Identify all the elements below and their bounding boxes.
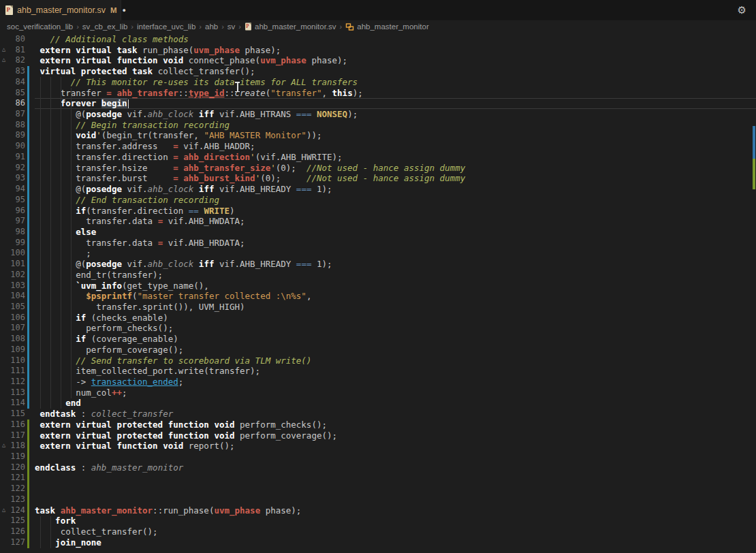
git-added-bar[interactable]	[27, 526, 29, 537]
gutter-line-94[interactable]: 94	[0, 184, 35, 195]
line-number[interactable]: 99	[16, 238, 25, 249]
line-number[interactable]: 116	[10, 420, 25, 430]
line-number[interactable]: 105	[10, 302, 25, 313]
git-modified-bar[interactable]	[27, 281, 29, 291]
line-number[interactable]: 108	[10, 334, 25, 345]
line-number[interactable]: 126	[10, 526, 25, 537]
code-line[interactable]: end	[35, 398, 756, 409]
code-line[interactable]: virtual protected task collect_transfer(…	[35, 66, 756, 77]
breadcrumb-item-ahb[interactable]: ahb	[205, 22, 218, 31]
code-area[interactable]: // Additional class methods extern virtu…	[35, 33, 756, 553]
git-added-bar[interactable]	[27, 430, 29, 441]
line-number[interactable]: 89	[16, 130, 25, 141]
git-modified-bar[interactable]	[27, 302, 29, 313]
code-line[interactable]: // This monitor re-uses its data items f…	[35, 77, 756, 88]
gutter-line-106[interactable]: 106	[0, 313, 35, 323]
line-number[interactable]: 104	[10, 291, 25, 302]
git-added-bar[interactable]	[27, 473, 29, 484]
line-number[interactable]: 98	[16, 227, 25, 238]
gutter-line-125[interactable]: 125	[0, 516, 35, 526]
line-number[interactable]: 94	[16, 184, 25, 195]
line-number[interactable]: 97	[16, 216, 25, 227]
code-line[interactable]: perform_checks();	[35, 323, 756, 334]
gutter-line-122[interactable]: 122	[0, 484, 35, 494]
line-number[interactable]: 95	[16, 195, 25, 206]
git-modified-bar[interactable]	[27, 248, 29, 259]
line-number[interactable]: 80	[16, 34, 25, 45]
line-number[interactable]: 101	[10, 259, 25, 270]
gutter-line-123[interactable]: 123	[0, 494, 35, 505]
code-line[interactable]: ;	[35, 248, 756, 259]
gutter-line-119[interactable]: 119	[0, 452, 35, 462]
gutter-line-97[interactable]: 97	[0, 216, 35, 227]
gutter-line-120[interactable]: 120	[0, 462, 35, 473]
breadcrumb-item-sv_cb_ex_lib[interactable]: sv_cb_ex_lib	[82, 22, 127, 31]
gutter-line-88[interactable]: 88	[0, 120, 35, 131]
gutter-line-83[interactable]: 83	[0, 66, 35, 77]
code-line[interactable]: transfer.hsize = ahb_transfer_size'(0); …	[35, 163, 756, 174]
code-line[interactable]: if(transfer.direction == WRITE)	[35, 206, 756, 217]
line-number[interactable]: 93	[16, 173, 25, 184]
gutter-line-105[interactable]: 105	[0, 302, 35, 313]
gutter-line-108[interactable]: 108	[0, 334, 35, 345]
code-line[interactable]: `uvm_info(get_type_name(),	[35, 281, 756, 291]
gutter-line-82[interactable]: △82	[0, 55, 35, 66]
git-modified-bar[interactable]	[27, 141, 29, 152]
code-line[interactable]: transfer.data = vif.AHB_HRDATA;	[35, 238, 756, 249]
gutter-line-98[interactable]: 98	[0, 227, 35, 238]
git-modified-bar[interactable]	[27, 130, 29, 141]
line-number[interactable]: 87	[16, 109, 25, 120]
git-modified-bar[interactable]	[27, 120, 29, 131]
code-line[interactable]: // Additional class methods	[35, 34, 756, 45]
code-line[interactable]: num_col++;	[35, 388, 756, 398]
git-added-bar[interactable]	[27, 494, 29, 505]
code-line[interactable]: // Begin transaction recording	[35, 120, 756, 131]
git-modified-bar[interactable]	[27, 173, 29, 184]
code-line[interactable]: join_none	[35, 537, 756, 548]
git-modified-bar[interactable]	[27, 66, 29, 77]
code-line[interactable]: extern virtual task run_phase(uvm_phase …	[35, 45, 756, 56]
git-added-bar[interactable]	[27, 452, 29, 462]
code-line[interactable]: // Send transfer to scoreboard via TLM w…	[35, 356, 756, 366]
git-modified-bar[interactable]	[27, 88, 29, 99]
gutter-line-89[interactable]: 89	[0, 130, 35, 141]
git-modified-bar[interactable]	[27, 291, 29, 302]
git-modified-bar[interactable]	[27, 388, 29, 398]
code-line[interactable]: item_collected_port.write(transfer);	[35, 366, 756, 377]
overview-ruler-added[interactable]	[753, 159, 755, 189]
gutter-line-86[interactable]: 86	[0, 98, 35, 109]
git-modified-bar[interactable]	[27, 163, 29, 174]
git-modified-bar[interactable]	[27, 356, 29, 366]
code-line[interactable]: perform_coverage();	[35, 345, 756, 356]
gutter-line-109[interactable]: 109	[0, 345, 35, 356]
breadcrumb-item-sv[interactable]: sv	[227, 22, 236, 31]
code-line[interactable]: transfer.burst = ahb_burst_kind'(0); //N…	[35, 173, 756, 184]
git-added-bar[interactable]	[27, 484, 29, 494]
code-line[interactable]: transfer.data = vif.AHB_HWDATA;	[35, 216, 756, 227]
git-modified-bar[interactable]	[27, 238, 29, 249]
gutter-line-113[interactable]: 113	[0, 388, 35, 398]
code-line[interactable]: extern virtual protected function void p…	[35, 430, 756, 441]
line-number[interactable]: 90	[16, 141, 25, 152]
git-added-bar[interactable]	[27, 420, 29, 430]
code-line[interactable]: transfer.address = vif.AHB_HADDR;	[35, 141, 756, 152]
breadcrumb-item-soc_verification_lib[interactable]: soc_verification_lib	[7, 22, 73, 31]
line-number[interactable]: 115	[10, 409, 25, 420]
line-number[interactable]: 92	[16, 163, 25, 174]
code-line[interactable]: task ahb_master_monitor::run_phase(uvm_p…	[35, 505, 756, 516]
code-line[interactable]: @(posedge vif.ahb_clock iff vif.AHB_HREA…	[35, 259, 756, 270]
line-number[interactable]: 81	[16, 45, 25, 56]
line-number[interactable]: 118	[10, 441, 25, 452]
gutter-line-103[interactable]: 103	[0, 281, 35, 291]
code-line[interactable]	[35, 494, 756, 505]
git-modified-bar[interactable]	[27, 227, 29, 238]
git-added-bar[interactable]	[27, 505, 29, 516]
line-number[interactable]: 119	[10, 452, 25, 462]
git-modified-bar[interactable]	[27, 323, 29, 334]
tab-ahb-master-monitor[interactable]: ahb_master_monitor.sv M ●	[0, 0, 121, 20]
line-number[interactable]: 83	[16, 66, 25, 77]
git-modified-bar[interactable]	[27, 98, 29, 109]
gutter-line-84[interactable]: 84	[0, 77, 35, 88]
code-line[interactable]: extern virtual protected function void p…	[35, 420, 756, 430]
line-number[interactable]: 111	[10, 366, 25, 377]
